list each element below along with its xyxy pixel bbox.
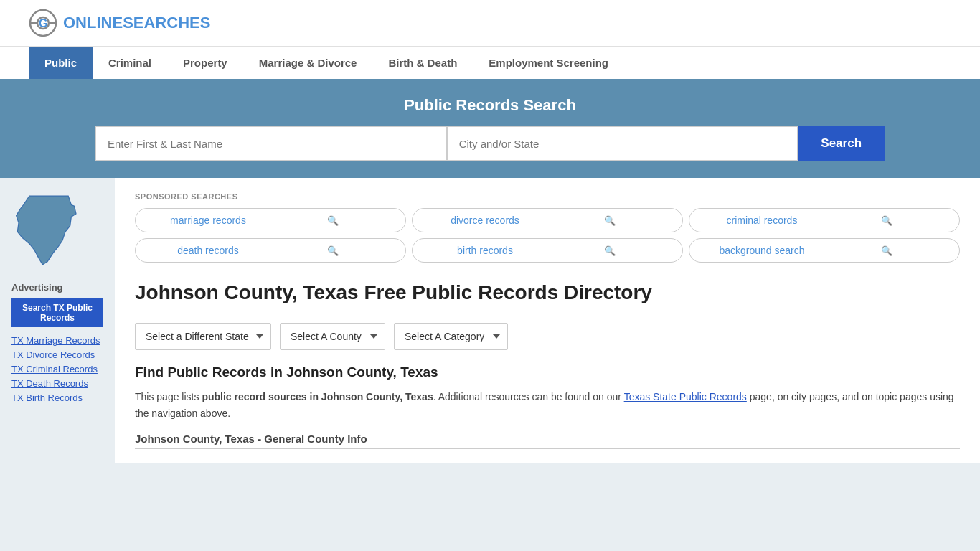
sidebar-link-divorce[interactable]: TX Divorce Records [11, 349, 103, 360]
nav-item-public[interactable]: Public [29, 47, 93, 79]
search-icon-criminal: 🔍 [824, 215, 949, 226]
sponsored-label: SPONSORED SEARCHES [135, 192, 960, 201]
advertising-label: Advertising [11, 282, 103, 293]
main-nav: Public Criminal Property Marriage & Divo… [0, 46, 980, 79]
search-button[interactable]: Search [798, 126, 885, 161]
hero-title: Public Records Search [29, 96, 951, 115]
svg-text:G: G [39, 17, 47, 29]
texas-state-link[interactable]: Texas State Public Records [624, 391, 747, 402]
nav-item-marriage-divorce[interactable]: Marriage & Divorce [243, 47, 373, 79]
sidebar-link-marriage[interactable]: TX Marriage Records [11, 334, 103, 346]
texas-map [11, 192, 103, 273]
sidebar-link-death[interactable]: TX Death Records [11, 377, 103, 389]
search-icon-marriage: 🔍 [270, 215, 395, 226]
search-icon-birth: 🔍 [547, 245, 672, 256]
hero-section: Public Records Search Search [0, 79, 980, 178]
sidebar: Advertising Search TX Public Records TX … [0, 178, 115, 463]
page-title: Johnson County, Texas Free Public Record… [135, 280, 652, 306]
sponsored-tag-birth[interactable]: birth records 🔍 [412, 238, 683, 263]
nav-item-property[interactable]: Property [167, 47, 243, 79]
nav-item-employment[interactable]: Employment Screening [473, 47, 624, 79]
sponsored-tag-background[interactable]: background search 🔍 [689, 238, 960, 263]
logo-text: ONLINESEARCHES [63, 14, 210, 32]
state-select[interactable]: Select a Different State [135, 323, 271, 350]
logo[interactable]: G ONLINESEARCHES [29, 9, 210, 37]
find-heading: Find Public Records in Johnson County, T… [135, 364, 960, 380]
sponsored-tag-death[interactable]: death records 🔍 [135, 238, 406, 263]
main-wrapper: Advertising Search TX Public Records TX … [0, 178, 980, 463]
sidebar-link-criminal[interactable]: TX Criminal Records [11, 363, 103, 375]
nav-item-birth-death[interactable]: Birth & Death [372, 47, 473, 79]
page-heading: Johnson County, Texas Free Public Record… [135, 280, 960, 306]
sponsored-tag-divorce[interactable]: divorce records 🔍 [412, 208, 683, 232]
search-icon-divorce: 🔍 [547, 215, 672, 226]
dropdowns-row: Select a Different State Select A County… [135, 323, 960, 350]
logo-icon: G [29, 9, 57, 37]
category-select[interactable]: Select A Category [394, 323, 508, 350]
find-text: This page lists public record sources in… [135, 389, 960, 421]
sponsored-tag-criminal[interactable]: criminal records 🔍 [689, 208, 960, 232]
search-form: Search [95, 126, 885, 161]
main-content: SPONSORED SEARCHES marriage records 🔍 di… [115, 178, 980, 463]
sidebar-link-birth[interactable]: TX Birth Records [11, 392, 103, 403]
sidebar-links: TX Marriage Records TX Divorce Records T… [11, 334, 103, 403]
county-select[interactable]: Select A County [280, 323, 385, 350]
nav-item-criminal[interactable]: Criminal [93, 47, 167, 79]
ad-banner[interactable]: Search TX Public Records [11, 298, 103, 327]
location-input[interactable] [447, 126, 798, 161]
search-icon-death: 🔍 [270, 245, 395, 256]
header: G ONLINESEARCHES [0, 0, 980, 46]
name-input[interactable] [95, 126, 447, 161]
search-icon-background: 🔍 [824, 245, 949, 256]
general-info-title: Johnson County, Texas - General County I… [135, 433, 960, 449]
sponsored-tag-marriage[interactable]: marriage records 🔍 [135, 208, 406, 232]
sponsored-grid: marriage records 🔍 divorce records 🔍 cri… [135, 208, 960, 263]
